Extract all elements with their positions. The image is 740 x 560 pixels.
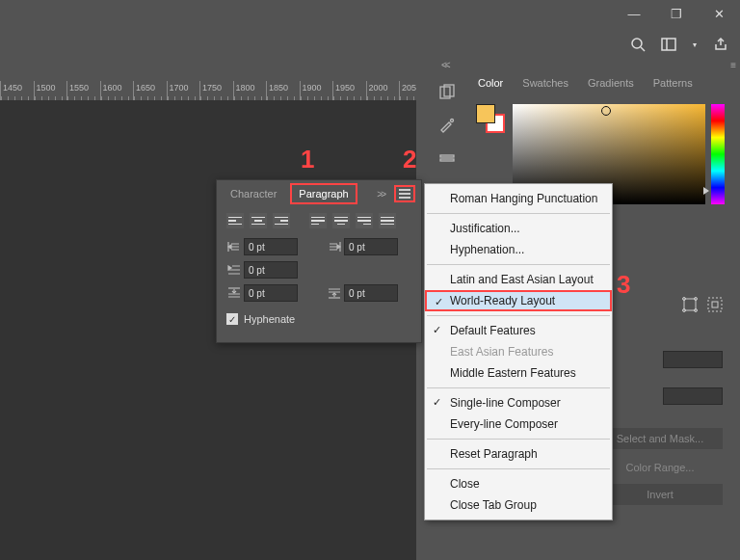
justify-right-button[interactable] <box>356 213 373 228</box>
tab-gradients[interactable]: Gradients <box>578 71 644 94</box>
svg-rect-7 <box>440 155 454 157</box>
restore-button[interactable]: ❐ <box>655 0 698 27</box>
chevron-down-icon[interactable]: ▾ <box>690 35 700 54</box>
tab-paragraph[interactable]: Paragraph <box>290 183 357 204</box>
justify-all-button[interactable] <box>379 213 396 228</box>
panel-collapse-icon[interactable]: >> <box>377 189 388 200</box>
menu-item[interactable]: ✓Single-line Composer <box>425 392 612 413</box>
annotation-1: 1 <box>301 145 314 174</box>
ruler-tick: 1450 <box>0 81 34 100</box>
panel-menu-icon[interactable]: ≡ <box>730 60 734 70</box>
invert-button[interactable]: Invert <box>597 484 723 505</box>
align-center-button[interactable] <box>250 213 267 228</box>
menu-item[interactable]: Justification... <box>425 218 612 239</box>
numeric-field-2[interactable] <box>663 387 723 405</box>
bounding-box-icon[interactable] <box>682 297 698 314</box>
hyphenate-label: Hyphenate <box>244 313 295 325</box>
ruler-tick: 1600 <box>100 81 134 100</box>
ruler-tick: 1750 <box>199 81 233 100</box>
indent-left-icon <box>226 240 242 253</box>
select-and-mask-button[interactable]: Select and Mask... <box>597 428 723 449</box>
window-controls: — ❐ ✕ <box>613 0 740 27</box>
color-range-button[interactable]: Color Range... <box>597 457 723 478</box>
justify-left-button[interactable] <box>309 213 327 228</box>
minimize-button[interactable]: — <box>613 0 655 27</box>
ruler-tick: 1850 <box>266 81 300 100</box>
color-panel-tabs: Color Swatches Gradients Patterns <box>468 71 732 94</box>
menu-item: East Asian Features <box>425 341 612 362</box>
svg-rect-20 <box>708 298 722 311</box>
menu-item[interactable]: Latin and East Asian Layout <box>425 269 612 290</box>
paragraph-fields <box>217 234 421 306</box>
menu-item[interactable]: ✓Default Features <box>425 320 612 341</box>
first-line-indent-input[interactable] <box>244 261 298 279</box>
search-icon[interactable] <box>628 35 648 54</box>
indent-left-input[interactable] <box>244 238 298 255</box>
svg-point-6 <box>451 120 454 122</box>
share-icon[interactable] <box>711 35 730 54</box>
ruler-tick: 1950 <box>332 81 366 100</box>
menu-separator <box>427 264 610 265</box>
menu-item[interactable]: Reset Paragraph <box>425 443 612 465</box>
ruler-tick: 1900 <box>300 81 333 100</box>
check-icon: ✓ <box>433 324 441 336</box>
ruler-tick: 1550 <box>66 81 100 100</box>
close-button[interactable]: ✕ <box>698 0 740 27</box>
menu-item[interactable]: Hyphenation... <box>425 239 612 260</box>
space-before-input[interactable] <box>244 284 298 302</box>
svg-rect-8 <box>440 159 454 161</box>
foreground-color-swatch[interactable] <box>476 104 495 123</box>
hue-slider[interactable] <box>711 104 725 204</box>
hyphenate-checkbox[interactable]: ✓ <box>226 313 238 325</box>
panel-flyout-menu-button[interactable] <box>394 185 415 202</box>
check-icon: ✓ <box>435 296 443 308</box>
ruler-tick: 1800 <box>233 81 267 100</box>
app-toolbar: ▾ <box>628 31 730 58</box>
svg-rect-21 <box>712 302 718 307</box>
ruler-tick: 2050 <box>399 81 416 100</box>
annotation-2: 2 <box>403 145 416 174</box>
menu-item-world-ready-layout[interactable]: ✓World-Ready Layout <box>425 290 612 311</box>
panel-collapse-icon[interactable]: << <box>441 60 449 70</box>
menu-item[interactable]: Every-line Composer <box>425 413 612 435</box>
fg-bg-swatch[interactable] <box>476 104 505 133</box>
brush-icon[interactable] <box>437 116 457 135</box>
ruler-tick: 2000 <box>366 81 400 100</box>
alignment-row <box>217 207 421 234</box>
collapsed-panel-strip <box>434 77 461 200</box>
mask-mode-icon[interactable] <box>707 297 723 314</box>
menu-separator <box>427 387 610 388</box>
tab-swatches[interactable]: Swatches <box>513 71 578 94</box>
hue-slider-thumb[interactable] <box>703 187 709 195</box>
navigator-icon[interactable] <box>437 83 457 102</box>
menu-item[interactable]: Close <box>425 473 612 494</box>
color-picker-ring[interactable] <box>601 106 611 116</box>
ruler-tick: 1700 <box>167 81 200 100</box>
numeric-field-1[interactable] <box>663 351 723 368</box>
menu-item[interactable]: Middle Eastern Features <box>425 362 612 384</box>
check-icon: ✓ <box>433 396 441 409</box>
menu-item[interactable]: Roman Hanging Punctuation <box>425 188 612 209</box>
hamburger-icon <box>399 193 410 195</box>
tab-character[interactable]: Character <box>223 184 284 203</box>
justify-center-button[interactable] <box>332 213 350 228</box>
space-after-icon <box>327 286 342 300</box>
workspace-icon[interactable] <box>659 35 678 54</box>
tab-color[interactable]: Color <box>468 71 513 94</box>
align-left-button[interactable] <box>226 213 244 228</box>
menu-item[interactable]: Close Tab Group <box>425 494 612 516</box>
space-before-icon <box>226 286 242 300</box>
menu-separator <box>427 315 610 316</box>
history-icon[interactable] <box>437 148 457 168</box>
align-right-button[interactable] <box>273 213 290 228</box>
indent-right-icon <box>327 240 342 253</box>
menu-separator <box>427 439 610 440</box>
svg-point-0 <box>632 39 642 48</box>
menu-separator <box>427 468 610 469</box>
space-after-input[interactable] <box>344 284 398 302</box>
annotation-3: 3 <box>617 270 630 300</box>
tab-patterns[interactable]: Patterns <box>644 71 702 94</box>
indent-right-input[interactable] <box>344 238 398 255</box>
svg-line-1 <box>641 47 645 51</box>
svg-rect-15 <box>684 299 696 310</box>
